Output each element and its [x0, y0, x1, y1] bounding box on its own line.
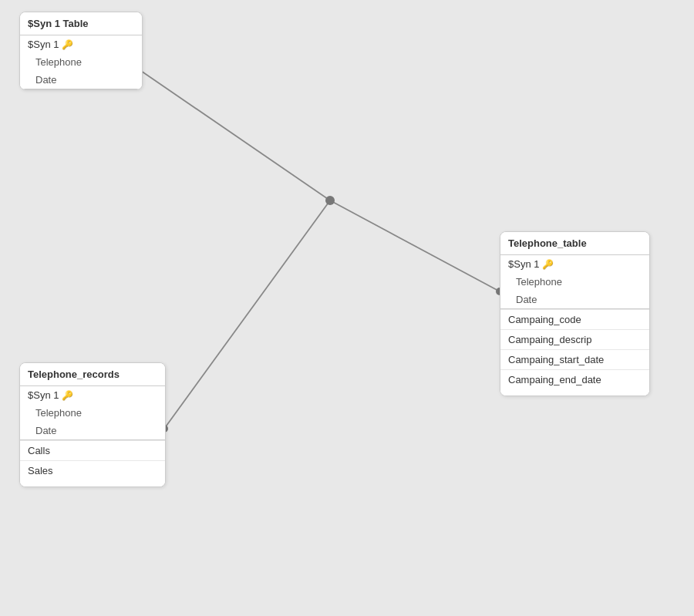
table-telephone-records-key-icon: 🔑: [62, 390, 73, 401]
table-syn1-fk-telephone: Telephone: [20, 53, 142, 71]
table-telephone-fk-date: Date: [500, 291, 649, 308]
table-syn1-pk-row: $Syn 1 🔑: [20, 35, 142, 53]
table-telephone-key-icon: 🔑: [542, 259, 554, 270]
table-telephone-records-body: Calls Sales: [20, 440, 165, 486]
svg-line-1: [330, 200, 500, 291]
table-telephone-records-pk-label: $Syn 1: [28, 389, 59, 401]
table-telephone-fk-telephone: Telephone: [500, 273, 649, 291]
table-syn1-header: $Syn 1 Table: [20, 12, 142, 35]
table-telephone-records-field-2: Sales: [20, 460, 165, 480]
table-telephone-field-1: Campaing_code: [500, 309, 649, 329]
table-telephone-pk-row: $Syn 1 🔑: [500, 255, 649, 273]
table-telephone-records-fk-telephone: Telephone: [20, 404, 165, 422]
table-telephone-field-4: Campaing_end_date: [500, 369, 649, 389]
table-syn1-pk-label: $Syn 1: [28, 39, 59, 50]
table-telephone-field-3: Campaing_start_date: [500, 349, 649, 369]
table-telephone[interactable]: Telephone_table $Syn 1 🔑 Telephone Date …: [500, 231, 650, 396]
table-telephone-header: Telephone_table: [500, 232, 649, 255]
table-telephone-records-field-1: Calls: [20, 440, 165, 460]
svg-point-4: [325, 196, 335, 205]
table-telephone-pk-section: $Syn 1 🔑 Telephone Date: [500, 255, 649, 309]
table-syn1[interactable]: $Syn 1 Table $Syn 1 🔑 Telephone Date: [19, 12, 143, 90]
table-telephone-records-fk-date: Date: [20, 422, 165, 439]
table-telephone-pk-label: $Syn 1: [508, 258, 539, 270]
table-syn1-key-icon: 🔑: [62, 39, 73, 50]
svg-line-2: [164, 200, 330, 429]
table-telephone-records-pk-row: $Syn 1 🔑: [20, 386, 165, 404]
table-syn1-pk-section: $Syn 1 🔑 Telephone Date: [20, 35, 142, 89]
table-telephone-field-2: Campaing_descrip: [500, 329, 649, 349]
table-telephone-records-header: Telephone_records: [20, 363, 165, 386]
svg-line-0: [114, 52, 330, 200]
table-telephone-body: Campaing_code Campaing_descrip Campaing_…: [500, 309, 649, 396]
table-telephone-records[interactable]: Telephone_records $Syn 1 🔑 Telephone Dat…: [19, 362, 166, 487]
table-syn1-fk-date: Date: [20, 71, 142, 89]
diagram-canvas: $Syn 1 Table $Syn 1 🔑 Telephone Date Tel…: [0, 0, 694, 616]
table-telephone-records-pk-section: $Syn 1 🔑 Telephone Date: [20, 386, 165, 440]
